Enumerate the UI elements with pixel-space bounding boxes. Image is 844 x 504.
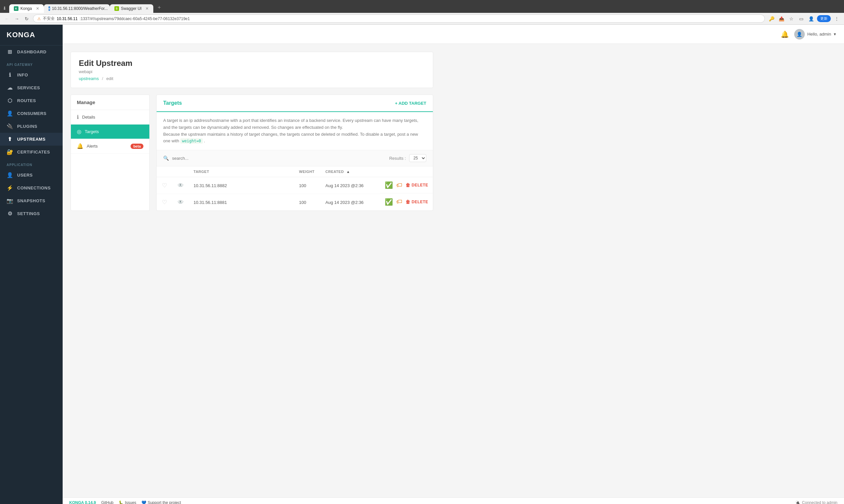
weight-zero-code: weight=0 xyxy=(180,138,203,144)
sidebar-item-snapshots[interactable]: 📷 SNAPSHOTS xyxy=(0,194,63,207)
weight-value-2: 100 xyxy=(294,194,321,211)
sidebar-label-consumers: CONSUMERS xyxy=(17,111,47,116)
address-host: 10.31.56.11 xyxy=(57,16,77,21)
tag-icon-1: 🏷 xyxy=(396,182,402,189)
actions-1: ✅ 🏷 🗑 DELETE xyxy=(380,177,433,193)
footer-issues-link[interactable]: 🐛 Issues xyxy=(119,500,136,504)
manage-item-targets-label: Targets xyxy=(85,129,99,134)
sidebar-label-settings: SETTINGS xyxy=(17,211,40,216)
consumers-icon: 👤 xyxy=(6,110,13,116)
sidebar-item-routes[interactable]: ⬡ ROUTES xyxy=(0,94,63,107)
view-btn-2[interactable]: 👁 xyxy=(177,198,184,206)
table-body: ♡ 👁 10.31.56.11:8882 100 Aug 14 2023 @2:… xyxy=(157,177,433,211)
key-icon[interactable]: 🔑 xyxy=(768,15,775,23)
tab-konga[interactable]: K Konga ✕ xyxy=(9,4,44,13)
targets-title: Targets xyxy=(163,100,182,106)
manage-item-details[interactable]: ℹ Details xyxy=(71,110,149,125)
col-eye-header xyxy=(172,166,189,177)
certificates-icon: 🔐 xyxy=(6,149,13,155)
avatar: 👤 xyxy=(794,29,805,39)
weight-value-1: 100 xyxy=(294,177,321,194)
connected-label: Connected to admin xyxy=(802,500,838,504)
targets-desc-line1: A target is an ip address/hostname with … xyxy=(163,117,426,131)
sidebar-label-certificates: CERTIFICATES xyxy=(17,149,50,155)
view-btn-1[interactable]: 👁 xyxy=(177,181,184,190)
weatherforecast-favicon: ● xyxy=(49,6,50,11)
konga-favicon: K xyxy=(14,6,18,11)
sidebar-item-certificates[interactable]: 🔐 CERTIFICATES xyxy=(0,146,63,159)
bookmark-icon[interactable]: ☆ xyxy=(787,15,795,23)
manage-item-targets[interactable]: ◎ Targets xyxy=(71,125,149,139)
delete-icon-1: 🗑 xyxy=(406,182,411,188)
tab-swagger-close[interactable]: ✕ xyxy=(145,6,149,11)
sidebar-item-settings[interactable]: ⚙ SETTINGS xyxy=(0,207,63,220)
col-eye-1: 👁 xyxy=(172,177,189,194)
forward-btn[interactable]: → xyxy=(13,15,20,22)
menu-icon[interactable]: ⋮ xyxy=(833,15,841,23)
targets-desc-line2: Because the upstream maintains a history… xyxy=(163,131,426,145)
table-row: ♡ 👁 10.31.56.11:8882 100 Aug 14 2023 @2:… xyxy=(157,177,433,194)
footer-github-link[interactable]: GitHub xyxy=(101,500,114,504)
new-tab-btn[interactable]: ＋ xyxy=(153,2,165,13)
manage-item-alerts[interactable]: 🔔 Alerts beta xyxy=(71,139,149,154)
manage-content: Manage ℹ Details ◎ Targets 🔔 Alerts xyxy=(71,94,433,211)
tab-swagger-label: Swagger UI xyxy=(121,6,142,11)
application-label: APPLICATION xyxy=(0,159,63,169)
created-value-1: Aug 14 2023 @2:36 xyxy=(321,177,380,194)
col-created-header[interactable]: CREATED ▲ xyxy=(321,166,380,177)
footer-version: KONGA 0.14.9 xyxy=(69,500,96,504)
header-user-menu[interactable]: 👤 Hello, admin ▾ xyxy=(794,29,836,39)
target-value-2: 10.31.56.11:8881 xyxy=(189,194,294,211)
sidebar-label-info: INFO xyxy=(17,72,28,77)
sidebar-item-consumers[interactable]: 👤 CONSUMERS xyxy=(0,107,63,120)
col-actions-header xyxy=(380,166,433,177)
sidebar-item-plugins[interactable]: 🔌 PLUGINS xyxy=(0,120,63,133)
breadcrumb-parent[interactable]: upstreams xyxy=(79,76,99,81)
app-logo: KONGA xyxy=(0,25,63,46)
sidebar-item-services[interactable]: ☁ SERVICES xyxy=(0,82,63,94)
sidebar-item-users[interactable]: 👤 USERS xyxy=(0,169,63,181)
tab-overflow-btn[interactable]: ⬇ xyxy=(0,4,9,13)
col-weight-header: WEIGHT xyxy=(294,166,321,177)
delete-icon-2: 🗑 xyxy=(406,199,411,204)
address-bar[interactable]: ⚠ 不安全 10.31.56.11 :1337/#!/upstreams/79d… xyxy=(33,15,765,23)
layout-icon[interactable]: ▭ xyxy=(797,15,805,23)
sidebar-label-users: USERS xyxy=(17,173,33,178)
sidebar-item-info[interactable]: ℹ INFO xyxy=(0,69,63,82)
targets-search-bar: 🔍 Results : 25 xyxy=(157,150,433,166)
col-fav-header xyxy=(157,166,172,177)
targets-panel: Targets + ADD TARGET A target is an ip a… xyxy=(156,94,433,211)
bell-icon[interactable]: 🔔 xyxy=(781,30,789,38)
tab-swagger[interactable]: S Swagger UI ✕ xyxy=(110,4,154,13)
tab-weatherforecast[interactable]: ● 10.31.56.11:8000/WeatherFor... ✕ xyxy=(44,4,110,13)
reload-btn[interactable]: ↻ xyxy=(23,15,30,22)
update-btn[interactable]: 更新 xyxy=(817,15,831,22)
cast-icon[interactable]: 📤 xyxy=(777,15,785,23)
results-count-select[interactable]: 25 xyxy=(409,154,426,162)
delete-btn-2[interactable]: 🗑 DELETE xyxy=(406,199,428,204)
targets-table: TARGET WEIGHT CREATED ▲ xyxy=(157,166,433,211)
sidebar-label-upstreams: UPSTREAMS xyxy=(17,137,46,142)
upstreams-icon: ⬆ xyxy=(6,136,13,142)
manage-item-details-label: Details xyxy=(82,115,95,120)
profile-icon[interactable]: 👤 xyxy=(807,15,815,23)
sidebar-item-upstreams[interactable]: ⬆ UPSTREAMS xyxy=(0,133,63,146)
manage-sidebar: Manage ℹ Details ◎ Targets 🔔 Alerts xyxy=(71,94,150,211)
manage-item-alerts-label: Alerts xyxy=(87,144,98,148)
sidebar-item-dashboard[interactable]: ⊞ DASHBOARD xyxy=(0,46,63,58)
footer-support-link[interactable]: 💙 Support the project xyxy=(141,500,181,504)
add-target-button[interactable]: + ADD TARGET xyxy=(395,101,426,106)
sidebar-item-connections[interactable]: ⚡ CONNECTIONS xyxy=(0,181,63,194)
page-title: Edit Upstream xyxy=(79,59,425,68)
manage-title: Manage xyxy=(71,95,149,110)
browser-toolbar-icons: 🔑 📤 ☆ ▭ 👤 更新 ⋮ xyxy=(768,15,841,23)
delete-btn-1[interactable]: 🗑 DELETE xyxy=(406,182,428,188)
tab-konga-close[interactable]: ✕ xyxy=(36,6,39,11)
favorite-btn-1[interactable]: ♡ xyxy=(161,181,168,190)
favorite-btn-2[interactable]: ♡ xyxy=(161,198,168,206)
api-gateway-label: API GATEWAY xyxy=(0,58,63,69)
back-btn[interactable]: ← xyxy=(3,15,11,22)
search-input[interactable] xyxy=(172,156,386,161)
details-icon: ℹ xyxy=(77,114,79,120)
sidebar: KONGA ⊞ DASHBOARD API GATEWAY ℹ INFO ☁ S… xyxy=(0,25,63,504)
